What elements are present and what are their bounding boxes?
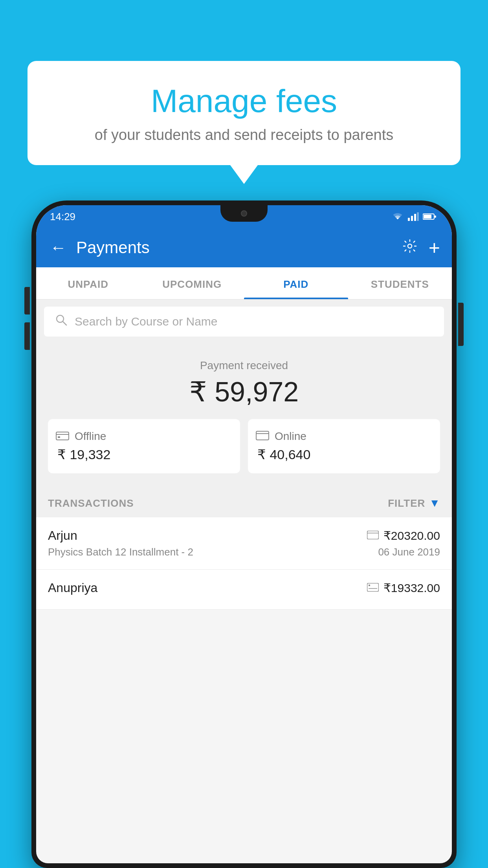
power-button — [458, 303, 464, 346]
transaction-name: Arjun — [48, 528, 77, 543]
offline-card-header: Offline — [56, 430, 232, 443]
tab-upcoming[interactable]: UPCOMING — [140, 267, 244, 299]
app-bar-title: Payments — [76, 238, 394, 257]
tab-students[interactable]: STUDENTS — [348, 267, 452, 299]
search-placeholder: Search by Course or Name — [75, 315, 218, 328]
transaction-top: Anupriya ₹19332.00 — [48, 581, 440, 595]
payment-received-section: Payment received ₹ 59,972 Offline — [36, 344, 452, 489]
offline-card: Offline ₹ 19,332 — [48, 419, 240, 473]
signal-icon — [408, 212, 419, 221]
card-type-icon — [367, 531, 379, 541]
online-card-header: Online — [256, 430, 432, 443]
transaction-amount-wrap: ₹20320.00 — [367, 529, 440, 542]
payment-cards: Offline ₹ 19,332 Online — [48, 419, 440, 473]
speech-bubble: Manage fees of your students and send re… — [28, 61, 460, 165]
svg-rect-12 — [58, 436, 60, 438]
app-bar: ← Payments + — [36, 228, 452, 267]
transactions-label: TRANSACTIONS — [48, 497, 134, 509]
svg-rect-15 — [367, 531, 378, 539]
svg-rect-10 — [56, 432, 69, 440]
filter-icon: ▼ — [429, 497, 440, 509]
filter-button[interactable]: FILTER ▼ — [388, 497, 440, 509]
speech-bubble-container: Manage fees of your students and send re… — [28, 61, 460, 165]
svg-rect-17 — [367, 583, 378, 591]
transaction-top: Arjun ₹20320.00 — [48, 528, 440, 543]
app-bar-actions: + — [402, 238, 440, 257]
svg-point-7 — [408, 244, 412, 248]
tab-unpaid[interactable]: UNPAID — [36, 267, 140, 299]
payment-amount: ₹ 59,972 — [48, 376, 440, 408]
transaction-date: 06 June 2019 — [378, 546, 440, 558]
bubble-subtitle: of your students and send receipts to pa… — [51, 127, 437, 143]
svg-rect-18 — [369, 585, 370, 586]
battery-icon — [423, 213, 436, 220]
status-icons — [391, 212, 436, 221]
wifi-icon — [391, 212, 404, 221]
status-time: 14:29 — [50, 211, 75, 223]
tab-paid[interactable]: PAID — [244, 267, 348, 299]
offline-amount: ₹ 19,332 — [56, 447, 232, 462]
online-card: Online ₹ 40,640 — [248, 419, 440, 473]
bubble-title: Manage fees — [51, 83, 437, 120]
volume-down-button — [24, 322, 30, 350]
svg-line-9 — [63, 322, 66, 325]
online-amount: ₹ 40,640 — [256, 447, 432, 462]
tabs-container: UNPAID UPCOMING PAID STUDENTS — [36, 267, 452, 300]
transaction-name: Anupriya — [48, 581, 97, 595]
svg-rect-2 — [414, 214, 416, 221]
settings-button[interactable] — [402, 238, 418, 257]
online-icon — [256, 431, 269, 442]
filter-label: FILTER — [388, 497, 425, 509]
phone-screen: 14:29 — [36, 205, 452, 863]
svg-rect-3 — [417, 212, 419, 221]
transactions-header: TRANSACTIONS FILTER ▼ — [36, 489, 452, 517]
transaction-row[interactable]: Arjun ₹20320.00 Physics Batch 12 Install… — [36, 517, 452, 570]
cash-type-icon — [367, 583, 379, 593]
svg-rect-6 — [435, 215, 436, 218]
svg-rect-0 — [408, 218, 410, 221]
transaction-amount-wrap: ₹19332.00 — [367, 581, 440, 595]
transaction-amount: ₹19332.00 — [383, 581, 440, 595]
svg-rect-13 — [256, 431, 269, 440]
offline-icon — [56, 430, 69, 443]
search-icon — [55, 314, 68, 329]
volume-up-button — [24, 287, 30, 314]
phone-notch — [220, 205, 268, 222]
offline-label: Offline — [75, 430, 106, 443]
svg-rect-5 — [424, 215, 431, 219]
search-container: Search by Course or Name — [36, 300, 452, 344]
transaction-desc: Physics Batch 12 Installment - 2 — [48, 546, 193, 558]
camera-dot — [241, 210, 247, 217]
transaction-bottom: Physics Batch 12 Installment - 2 06 June… — [48, 546, 440, 558]
online-label: Online — [275, 430, 306, 443]
payment-label: Payment received — [48, 359, 440, 372]
back-button[interactable]: ← — [48, 236, 68, 259]
transaction-amount: ₹20320.00 — [383, 529, 440, 542]
phone-frame: 14:29 — [31, 200, 457, 868]
transaction-row[interactable]: Anupriya ₹19332.00 — [36, 570, 452, 610]
add-button[interactable]: + — [429, 238, 440, 257]
svg-rect-1 — [411, 216, 413, 221]
search-bar[interactable]: Search by Course or Name — [44, 307, 444, 337]
